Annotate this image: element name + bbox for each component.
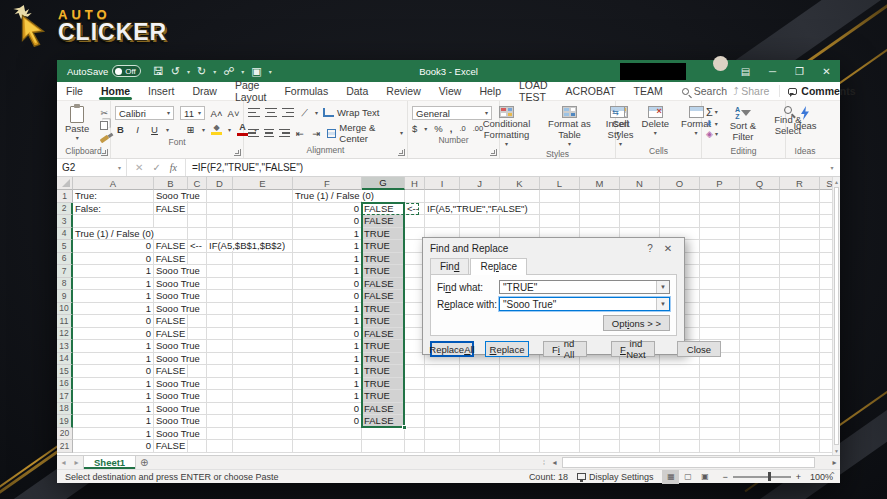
- ribbon-tab-help[interactable]: Help: [470, 82, 510, 100]
- align-left-icon[interactable]: [248, 129, 259, 138]
- quick-print-icon[interactable]: ▣: [251, 65, 261, 78]
- cell-E7[interactable]: [233, 265, 293, 278]
- row-header-13[interactable]: 13: [57, 340, 73, 353]
- find-next-button[interactable]: Find Next: [611, 341, 655, 357]
- cell-H19[interactable]: [405, 415, 425, 428]
- minimize-icon[interactable]: ─: [759, 60, 786, 82]
- comma-style-icon[interactable]: ,: [450, 123, 453, 134]
- dialog-help-icon[interactable]: ?: [641, 243, 659, 254]
- cancel-entry-icon[interactable]: ✕: [135, 162, 143, 173]
- search-box[interactable]: Search: [682, 82, 727, 100]
- cell-B4[interactable]: [154, 228, 188, 241]
- cell-F11[interactable]: 1: [293, 315, 362, 328]
- row-header-20[interactable]: 20: [57, 428, 73, 441]
- cell-Q16[interactable]: [740, 378, 780, 391]
- cell-G15[interactable]: TRUE: [362, 365, 405, 378]
- cell-G7[interactable]: TRUE: [362, 265, 405, 278]
- row-header-21[interactable]: 21: [57, 440, 73, 453]
- cell-Q1[interactable]: [740, 190, 780, 203]
- cell-L20[interactable]: [540, 428, 580, 441]
- row-header-5[interactable]: 5: [57, 240, 73, 253]
- redo-icon[interactable]: ↻: [197, 65, 206, 78]
- cell-P18[interactable]: [700, 403, 740, 416]
- cell-B7[interactable]: Sooo True: [154, 265, 188, 278]
- orientation-icon[interactable]: ⟋: [299, 106, 310, 119]
- ideas-button[interactable]: Ideas: [789, 104, 820, 145]
- column-header-A[interactable]: A: [73, 177, 154, 190]
- scrollbar-splitter[interactable]: ⁞: [540, 459, 549, 466]
- column-header-Q[interactable]: Q: [740, 177, 780, 190]
- cell-J20[interactable]: [460, 428, 500, 441]
- cell-O18[interactable]: [660, 403, 700, 416]
- cell-R3[interactable]: [780, 215, 820, 228]
- cell-K19[interactable]: [500, 415, 540, 428]
- cell-B3[interactable]: [154, 215, 188, 228]
- cell-R20[interactable]: [780, 428, 820, 441]
- cell-N15[interactable]: [620, 365, 660, 378]
- cell-D3[interactable]: [207, 215, 233, 228]
- cell-G8[interactable]: FALSE: [362, 278, 405, 291]
- customize-qat-icon[interactable]: ▾: [269, 68, 272, 75]
- vertical-scrollbar[interactable]: ▲ ▼: [832, 177, 840, 455]
- cell-A15[interactable]: 0: [73, 365, 154, 378]
- cell-D9[interactable]: [207, 290, 233, 303]
- cell-C6[interactable]: [188, 253, 207, 266]
- cell-Q12[interactable]: [740, 328, 780, 341]
- cell-P10[interactable]: [700, 303, 740, 316]
- touch-mode-icon[interactable]: ☍: [223, 65, 234, 78]
- cell-B19[interactable]: Sooo True: [154, 415, 188, 428]
- horizontal-scrollbar[interactable]: ⁞ ◂ ▸: [540, 456, 840, 469]
- cell-I15[interactable]: [425, 365, 460, 378]
- cell-Q2[interactable]: [740, 203, 780, 216]
- row-header-16[interactable]: 16: [57, 378, 73, 391]
- cell-Q10[interactable]: [740, 303, 780, 316]
- cell-P5[interactable]: [700, 240, 740, 253]
- cell-G12[interactable]: FALSE: [362, 328, 405, 341]
- cell-A6[interactable]: 0: [73, 253, 154, 266]
- cell-A2[interactable]: False:: [73, 203, 154, 216]
- scroll-up-icon[interactable]: ▲: [833, 177, 840, 186]
- cell-R18[interactable]: [780, 403, 820, 416]
- cell-J21[interactable]: [460, 440, 500, 453]
- cell-M1[interactable]: [580, 190, 620, 203]
- cell-O21[interactable]: [660, 440, 700, 453]
- comments-button[interactable]: Comments: [779, 85, 863, 97]
- cell-L3[interactable]: [540, 215, 580, 228]
- cell-R2[interactable]: [780, 203, 820, 216]
- cell-A21[interactable]: 0: [73, 440, 154, 453]
- cell-L2[interactable]: [540, 203, 580, 216]
- cell-P4[interactable]: [700, 228, 740, 241]
- cell-C4[interactable]: [188, 228, 207, 241]
- cell-C2[interactable]: [188, 203, 207, 216]
- cell-D15[interactable]: [207, 365, 233, 378]
- cell-G19[interactable]: FALSE: [362, 415, 405, 428]
- cell-C5[interactable]: <--: [188, 240, 207, 253]
- cell-B5[interactable]: FALSE: [154, 240, 188, 253]
- cell-E16[interactable]: [233, 378, 293, 391]
- cell-O15[interactable]: [660, 365, 700, 378]
- cell-C3[interactable]: [188, 215, 207, 228]
- alignment-dialog-launcher-icon[interactable]: [398, 149, 405, 156]
- cell-A12[interactable]: 0: [73, 328, 154, 341]
- cell-D4[interactable]: [207, 228, 233, 241]
- cell-K20[interactable]: [500, 428, 540, 441]
- row-header-3[interactable]: 3: [57, 215, 73, 228]
- cell-M3[interactable]: [580, 215, 620, 228]
- column-header-N[interactable]: N: [620, 177, 660, 190]
- cell-D18[interactable]: [207, 403, 233, 416]
- column-header-C[interactable]: C: [188, 177, 207, 190]
- fill-color-caret-icon[interactable]: ▾: [228, 128, 231, 132]
- cell-E1[interactable]: [233, 190, 293, 203]
- ribbon-tab-page-layout[interactable]: Page Layout: [226, 82, 276, 100]
- cell-B10[interactable]: Sooo True: [154, 303, 188, 316]
- cell-F17[interactable]: 1: [293, 390, 362, 403]
- dialog-tab-replace[interactable]: Replace: [470, 258, 527, 274]
- cell-E10[interactable]: [233, 303, 293, 316]
- ribbon-tab-review[interactable]: Review: [377, 82, 429, 100]
- cell-B15[interactable]: FALSE: [154, 365, 188, 378]
- cell-B8[interactable]: Sooo True: [154, 278, 188, 291]
- column-header-F[interactable]: F: [293, 177, 362, 190]
- vertical-scroll-thumb[interactable]: [834, 187, 839, 445]
- borders-caret-icon[interactable]: ▾: [202, 128, 205, 132]
- cell-R13[interactable]: [780, 340, 820, 353]
